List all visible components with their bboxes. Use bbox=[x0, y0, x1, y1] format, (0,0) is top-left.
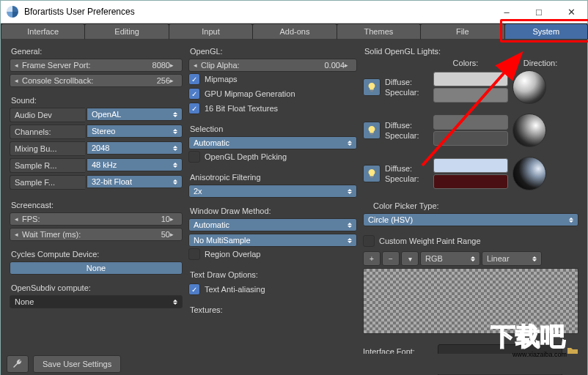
check-custom-weight[interactable]: ✓Custom Weight Paint Range bbox=[363, 235, 578, 247]
lamp-icon bbox=[367, 82, 377, 92]
label-window-draw: Window Draw Method: bbox=[190, 207, 357, 215]
column-opengl: OpenGL: ◂Clip Alpha:0.004▸ ✓Mipmaps ✓GPU… bbox=[188, 45, 357, 375]
label-textures: Textures: bbox=[190, 305, 357, 314]
console-scrollback[interactable]: ◂ Console Scrollback: 256 ▸ bbox=[10, 74, 183, 87]
ramp-add-button[interactable]: + bbox=[363, 251, 381, 266]
preferences-tabs: Interface Editing Input Add-ons Themes F… bbox=[1, 23, 587, 38]
select-multisample[interactable]: No MultiSample bbox=[188, 234, 357, 247]
header-direction: Direction: bbox=[502, 59, 578, 67]
column-general: General: ◂ Frame Server Port: 8080 ▸ ◂ C… bbox=[10, 45, 183, 375]
light-2-specular-label: Specular: bbox=[385, 131, 429, 140]
light-3-direction[interactable] bbox=[512, 157, 546, 190]
select-aniso[interactable]: 2x bbox=[188, 185, 357, 198]
select-color-picker[interactable]: Circle (HSV) bbox=[363, 213, 578, 226]
light-1-diffuse-label: Diffuse: bbox=[385, 78, 429, 86]
maximize-button[interactable]: □ bbox=[523, 1, 555, 23]
weight-colorramp-toolbar: + − ▾ RGB Linear bbox=[363, 251, 578, 266]
select-window-draw[interactable]: Automatic bbox=[188, 218, 357, 231]
light-1-direction[interactable] bbox=[512, 70, 546, 104]
light-2-diffuse-label: Diffuse: bbox=[385, 121, 429, 130]
light-1-specular-label: Specular: bbox=[385, 88, 429, 97]
select-sample-rate[interactable]: 48 kHz bbox=[87, 158, 183, 171]
column-lights: Solid OpenGL Lights: Colors: Direction: … bbox=[363, 45, 578, 375]
label-opensubdiv: OpenSubdiv compute: bbox=[11, 283, 183, 292]
window-title: Bforartists User Preferences bbox=[24, 7, 135, 17]
light-1-diffuse-swatch[interactable] bbox=[433, 72, 508, 86]
label-general: General: bbox=[11, 47, 183, 56]
lamp-icon bbox=[367, 125, 377, 135]
tab-editing[interactable]: Editing bbox=[84, 23, 169, 40]
check-gpu-mipmap[interactable]: ✓GPU Mipmap Generation bbox=[188, 88, 357, 100]
weight-colorramp[interactable] bbox=[363, 268, 578, 334]
label-screencast: Screencast: bbox=[11, 201, 183, 209]
clip-alpha[interactable]: ◂Clip Alpha:0.004▸ bbox=[188, 59, 357, 72]
light-3-diffuse-swatch[interactable] bbox=[433, 158, 508, 173]
tab-themes[interactable]: Themes bbox=[337, 23, 421, 40]
label-opengl: OpenGL: bbox=[190, 47, 357, 56]
light-2: Diffuse: Specular: bbox=[363, 114, 578, 147]
light-1-specular-swatch[interactable] bbox=[433, 88, 508, 103]
titlebar: Bforartists User Preferences – □ ✕ bbox=[1, 1, 587, 23]
select-channels[interactable]: Stereo bbox=[87, 125, 183, 138]
minimize-button[interactable]: – bbox=[490, 1, 523, 23]
tab-system[interactable]: System bbox=[504, 23, 588, 40]
light-2-specular-swatch[interactable] bbox=[433, 131, 508, 146]
label-solid-lights: Solid OpenGL Lights: bbox=[364, 47, 578, 56]
ramp-mode-select[interactable]: RGB bbox=[420, 251, 480, 266]
select-mixing[interactable]: 2048 bbox=[87, 141, 183, 155]
light-3-specular-swatch[interactable] bbox=[433, 174, 508, 189]
select-audio-dev[interactable]: OpenAL bbox=[87, 108, 183, 121]
svg-rect-2 bbox=[370, 177, 373, 178]
frame-server-port[interactable]: ◂ Frame Server Port: 8080 ▸ bbox=[10, 59, 183, 72]
check-text-aa[interactable]: ✓Text Anti-aliasing bbox=[188, 283, 357, 295]
light-2-direction[interactable] bbox=[512, 114, 546, 147]
light-1-toggle[interactable] bbox=[363, 78, 381, 96]
screencast-wait[interactable]: ◂Wait Timer (ms):50▸ bbox=[10, 228, 183, 241]
cycles-compute-device[interactable]: None bbox=[10, 261, 183, 275]
label-color-picker: Color Picker Type: bbox=[373, 201, 578, 210]
label-channels: Channels: bbox=[10, 125, 85, 139]
light-3-toggle[interactable] bbox=[363, 165, 381, 182]
label-selection: Selection bbox=[190, 125, 357, 133]
lamp-icon bbox=[367, 168, 377, 179]
footer: Save User Settings bbox=[1, 354, 587, 374]
label-sample-rate: Sample R... bbox=[10, 158, 85, 173]
label-audio-dev: Audio Dev bbox=[10, 108, 85, 122]
label-cycles: Cycles Compute Device: bbox=[11, 250, 183, 259]
light-1: Diffuse: Specular: bbox=[363, 70, 578, 104]
tab-file[interactable]: File bbox=[420, 23, 504, 40]
light-3-specular-label: Specular: bbox=[385, 174, 429, 183]
label-aniso: Anisotropic Filtering bbox=[190, 173, 357, 182]
wrench-icon bbox=[12, 358, 23, 370]
app-icon bbox=[7, 6, 18, 18]
save-user-settings-button[interactable]: Save User Settings bbox=[33, 355, 121, 373]
tab-interface[interactable]: Interface bbox=[1, 23, 85, 40]
screencast-fps[interactable]: ◂FPS:10▸ bbox=[10, 212, 183, 226]
light-3-diffuse-label: Diffuse: bbox=[385, 164, 429, 173]
label-mixing: Mixing Bu... bbox=[10, 141, 85, 156]
svg-rect-1 bbox=[370, 133, 373, 135]
check-float-textures[interactable]: ✓16 Bit Float Textures bbox=[188, 103, 357, 114]
check-mipmaps[interactable]: ✓Mipmaps bbox=[188, 73, 357, 85]
light-3: Diffuse: Specular: bbox=[363, 157, 578, 190]
label-text-draw: Text Draw Options: bbox=[190, 270, 357, 279]
tab-input[interactable]: Input bbox=[169, 23, 253, 40]
select-selection[interactable]: Automatic bbox=[188, 136, 357, 149]
light-2-diffuse-swatch[interactable] bbox=[433, 115, 508, 130]
preferences-icon-button[interactable] bbox=[7, 355, 29, 373]
light-2-toggle[interactable] bbox=[363, 122, 381, 139]
svg-rect-0 bbox=[370, 90, 373, 92]
tab-addons[interactable]: Add-ons bbox=[252, 23, 337, 40]
header-colors: Colors: bbox=[429, 59, 502, 67]
close-button[interactable]: ✕ bbox=[555, 1, 587, 23]
check-region-overlap[interactable]: ✓Region Overlap bbox=[188, 248, 357, 260]
label-sample-fmt: Sample F... bbox=[10, 175, 85, 190]
ramp-remove-button[interactable]: − bbox=[382, 251, 400, 266]
select-sample-fmt[interactable]: 32-bit Float bbox=[87, 175, 183, 188]
check-depth-picking[interactable]: ✓OpenGL Depth Picking bbox=[188, 151, 357, 163]
label-sound: Sound: bbox=[11, 96, 183, 105]
select-opensubdiv[interactable]: None bbox=[10, 295, 183, 308]
ramp-interp-select[interactable]: Linear bbox=[482, 251, 542, 266]
ramp-menu-button[interactable]: ▾ bbox=[401, 251, 419, 266]
